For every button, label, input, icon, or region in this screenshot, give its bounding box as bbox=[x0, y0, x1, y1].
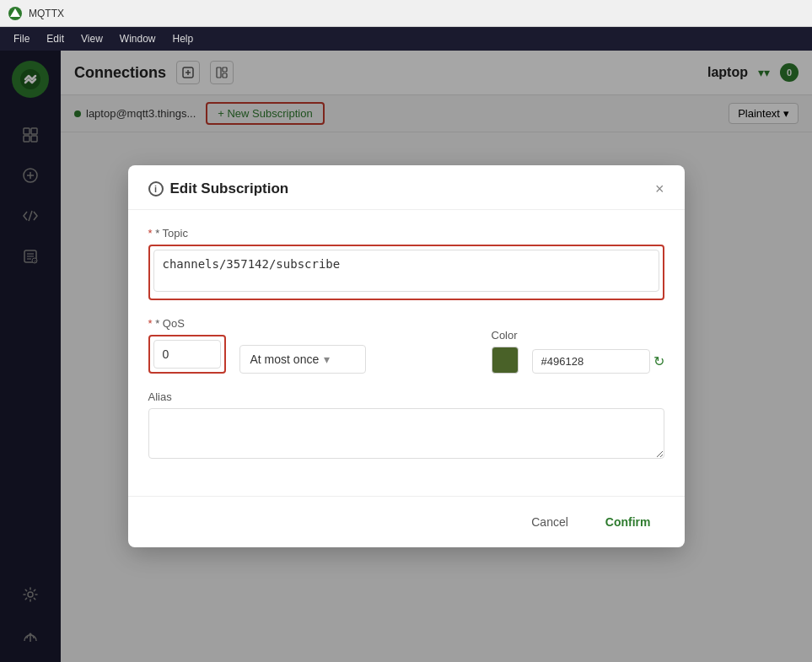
color-swatch[interactable] bbox=[492, 347, 519, 374]
app-icon bbox=[8, 7, 22, 20]
topic-label: * * Topic bbox=[148, 227, 664, 240]
menu-view[interactable]: View bbox=[74, 31, 110, 46]
qos-color-row: * * QoS At most once ▾ Color bbox=[148, 317, 664, 374]
modal-overlay: i Edit Subscription × * * Topic channels… bbox=[0, 51, 812, 662]
alias-input[interactable] bbox=[148, 408, 664, 459]
app-title: MQTTX bbox=[29, 8, 64, 19]
dialog-body: * * Topic channels/357142/subscribe * * … bbox=[128, 210, 685, 496]
cancel-button[interactable]: Cancel bbox=[518, 509, 582, 536]
menu-help[interactable]: Help bbox=[166, 31, 201, 46]
color-label: Color bbox=[492, 329, 518, 342]
edit-subscription-dialog: i Edit Subscription × * * Topic channels… bbox=[128, 165, 685, 547]
alias-label: Alias bbox=[148, 390, 664, 403]
topic-field-group: * * Topic channels/357142/subscribe bbox=[148, 227, 664, 300]
dialog-header: i Edit Subscription × bbox=[128, 165, 685, 210]
title-bar: MQTTX bbox=[0, 0, 812, 27]
dialog-footer: Cancel Confirm bbox=[128, 496, 685, 547]
info-icon: i bbox=[148, 181, 164, 196]
alias-field-group: Alias bbox=[148, 390, 664, 462]
topic-required-star: * bbox=[148, 227, 156, 240]
qos-select-value: At most once bbox=[250, 353, 320, 366]
menu-edit[interactable]: Edit bbox=[40, 31, 71, 46]
dialog-title-text: Edit Subscription bbox=[170, 180, 289, 197]
dialog-title-group: i Edit Subscription bbox=[148, 180, 289, 197]
qos-outlined-wrapper bbox=[148, 335, 226, 374]
color-group: Color bbox=[492, 329, 519, 374]
menu-window[interactable]: Window bbox=[113, 31, 163, 46]
color-row bbox=[492, 347, 519, 374]
qos-select[interactable]: At most once ▾ bbox=[239, 345, 366, 374]
topic-input[interactable]: channels/357142/subscribe bbox=[153, 250, 659, 292]
confirm-button[interactable]: Confirm bbox=[592, 509, 664, 536]
topic-outlined-wrapper: channels/357142/subscribe bbox=[148, 245, 664, 300]
refresh-icon[interactable]: ↻ bbox=[653, 353, 664, 369]
qos-group: * * QoS bbox=[148, 317, 226, 374]
qos-input[interactable] bbox=[153, 340, 221, 369]
menu-bar: File Edit View Window Help bbox=[0, 27, 812, 51]
qos-select-chevron-icon: ▾ bbox=[324, 353, 330, 366]
qos-select-group: At most once ▾ bbox=[239, 345, 366, 374]
qos-label: * * QoS bbox=[148, 317, 226, 330]
color-hex-input[interactable] bbox=[532, 349, 650, 374]
close-dialog-button[interactable]: × bbox=[655, 181, 664, 196]
menu-file[interactable]: File bbox=[7, 31, 36, 46]
